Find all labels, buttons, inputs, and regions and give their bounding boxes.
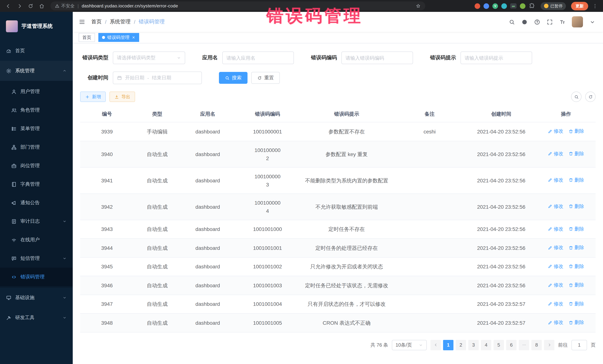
- page-button[interactable]: 3: [468, 340, 479, 350]
- export-button[interactable]: 导出: [109, 92, 135, 102]
- reload-icon[interactable]: [26, 1, 35, 10]
- error-code-input[interactable]: [341, 52, 413, 64]
- error-type-select[interactable]: 请选择错误码类型: [113, 52, 185, 64]
- page-size-select[interactable]: 10条/页: [392, 340, 427, 350]
- delete-link[interactable]: 删除: [568, 127, 584, 135]
- edit-link[interactable]: 修改: [548, 262, 563, 270]
- bookmark-star-icon[interactable]: [416, 3, 421, 9]
- app-name-input[interactable]: [222, 52, 294, 64]
- page-button[interactable]: 2: [456, 340, 466, 350]
- delete-link[interactable]: 删除: [568, 150, 584, 158]
- sidebar-item[interactable]: 在线用户: [0, 231, 73, 249]
- cell-code: 1001000002: [235, 141, 300, 167]
- delete-link[interactable]: 删除: [568, 176, 584, 184]
- toggle-search-button[interactable]: [571, 92, 581, 102]
- cell-create-time: 2021-04-20 23:52:56: [466, 167, 536, 194]
- sidebar-item-label: 系统管理: [15, 67, 59, 74]
- edit-link[interactable]: 修改: [548, 202, 563, 210]
- edit-link[interactable]: 修改: [548, 176, 563, 184]
- delete-link[interactable]: 删除: [568, 262, 584, 270]
- fullscreen-icon[interactable]: [547, 19, 553, 25]
- extension-icon[interactable]: [484, 3, 489, 9]
- edit-icon: [548, 178, 553, 183]
- prev-page-button[interactable]: [430, 340, 441, 350]
- edit-link[interactable]: 修改: [548, 300, 563, 308]
- tag-view[interactable]: 错误码管理: [98, 33, 139, 42]
- update-button[interactable]: 更新: [571, 2, 588, 10]
- sidebar-item[interactable]: 通知公告: [0, 194, 73, 212]
- search-button[interactable]: 搜索: [219, 72, 247, 84]
- sidebar-item[interactable]: 岗位管理: [0, 156, 73, 175]
- cell-app: dashboard: [181, 257, 235, 276]
- sidebar-item[interactable]: 短信管理: [0, 249, 73, 268]
- cell-create-time: 2021-04-20 23:52:56: [466, 194, 536, 220]
- sidebar-item[interactable]: 首页: [0, 41, 73, 61]
- extension-icon[interactable]: on: [510, 3, 517, 9]
- extensions-puzzle-icon[interactable]: [529, 3, 535, 9]
- reset-button[interactable]: 重置: [251, 72, 280, 84]
- sidebar-item[interactable]: 部门管理: [0, 138, 73, 156]
- sidebar-item[interactable]: 系统管理: [0, 61, 73, 81]
- sidebar-item[interactable]: 字典管理: [0, 175, 73, 194]
- refresh-icon: [257, 76, 262, 80]
- help-icon[interactable]: [534, 19, 540, 25]
- cell-remark: [393, 239, 466, 257]
- extension-icon[interactable]: [475, 3, 480, 9]
- page-button[interactable]: 6: [506, 340, 517, 350]
- sidebar-item[interactable]: 基础设施: [0, 288, 73, 308]
- page-button[interactable]: 8: [531, 340, 542, 350]
- sidebar-item-label: 首页: [15, 47, 67, 54]
- hamburger-icon[interactable]: [79, 19, 85, 25]
- tag-view[interactable]: 首页: [79, 33, 95, 42]
- extension-icon[interactable]: V: [492, 3, 498, 9]
- user-avatar[interactable]: [572, 16, 583, 27]
- extension-icon[interactable]: [501, 3, 507, 9]
- next-page-button[interactable]: [544, 340, 554, 350]
- github-icon[interactable]: [521, 19, 528, 25]
- breadcrumb-item[interactable]: 系统管理: [110, 19, 131, 25]
- close-icon[interactable]: [132, 36, 135, 39]
- sidebar-item[interactable]: 审计日志: [0, 212, 73, 231]
- pager-more-button[interactable]: [519, 340, 529, 350]
- app-frame: 芋道管理系统 首页系统管理用户管理角色管理菜单管理部门管理岗位管理字典管理通知公…: [0, 12, 603, 364]
- delete-link[interactable]: 删除: [568, 300, 584, 308]
- search-icon[interactable]: [509, 19, 515, 25]
- sidebar-item[interactable]: 研发工具: [0, 308, 73, 328]
- page-button[interactable]: 1: [443, 340, 453, 350]
- sidebar-item[interactable]: 菜单管理: [0, 119, 73, 138]
- edit-link[interactable]: 修改: [548, 225, 563, 233]
- delete-link[interactable]: 删除: [568, 281, 584, 289]
- refresh-table-button[interactable]: [585, 92, 596, 102]
- edit-link[interactable]: 修改: [548, 281, 563, 289]
- breadcrumb-item[interactable]: 首页: [91, 19, 102, 25]
- chevron-down-icon[interactable]: [589, 19, 596, 25]
- forward-icon[interactable]: [15, 1, 24, 10]
- sidebar-item[interactable]: 错误码管理: [0, 268, 73, 286]
- font-size-icon[interactable]: [559, 19, 566, 25]
- edit-link[interactable]: 修改: [548, 150, 563, 158]
- edit-link[interactable]: 修改: [548, 127, 563, 135]
- back-icon[interactable]: [4, 1, 13, 10]
- address-bar[interactable]: 不安全 | dashboard.yudao.iocoder.cn/system/…: [50, 1, 425, 10]
- paused-badge[interactable]: 已暂停: [541, 2, 566, 10]
- edit-link[interactable]: 修改: [548, 243, 563, 252]
- extension-icon[interactable]: [520, 3, 525, 9]
- delete-link[interactable]: 删除: [568, 243, 584, 252]
- edit-link[interactable]: 修改: [548, 318, 563, 327]
- error-msg-input[interactable]: [461, 52, 532, 64]
- delete-link[interactable]: 删除: [568, 318, 584, 327]
- delete-link[interactable]: 删除: [568, 202, 584, 210]
- delete-link[interactable]: 删除: [568, 225, 584, 233]
- page-button[interactable]: 4: [481, 340, 491, 350]
- browser-menu-icon[interactable]: [590, 1, 599, 10]
- sidebar-item-label: 用户管理: [20, 88, 67, 95]
- add-button[interactable]: 新增: [80, 92, 106, 102]
- create-time-range[interactable]: 开始日期 - 结束日期: [113, 72, 202, 84]
- sidebar-item[interactable]: 角色管理: [0, 101, 73, 119]
- sidebar-item[interactable]: 用户管理: [0, 82, 73, 101]
- page-button[interactable]: 5: [494, 340, 504, 350]
- home-icon[interactable]: [37, 1, 46, 10]
- goto-page-input[interactable]: [571, 340, 587, 350]
- cell-code: 1001001005: [235, 313, 300, 332]
- sidebar-logo[interactable]: 芋道管理系统: [0, 12, 73, 41]
